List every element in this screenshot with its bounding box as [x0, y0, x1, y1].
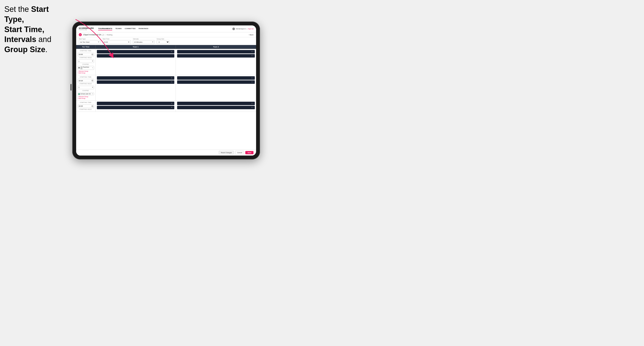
- table-header: Tee Time Team 1 Team 2: [76, 45, 256, 49]
- intervals-label: Intervals: [133, 38, 154, 40]
- tablet-frame: SCOREBOARD Powered by clipp TOURNAMENTS …: [72, 21, 260, 160]
- tablet-screen: SCOREBOARD Powered by clipp TOURNAMENTS …: [76, 25, 256, 156]
- team1-cell-3: ✕ ○ ✕ ○: [96, 101, 176, 112]
- list-item: ✕ ○: [97, 50, 174, 53]
- nav-committee[interactable]: COMMITTEE: [125, 27, 136, 30]
- table-row: STARTING TIME: STARTING HOLE: 1 COURSE: …: [76, 75, 256, 101]
- starting-hole-label-3: STARTING HOLE:: [78, 109, 94, 110]
- bottom-bar: Reset Changes Cancel Save: [76, 150, 256, 156]
- course-label-2: COURSE:: [78, 90, 94, 91]
- starting-time-input-3[interactable]: [78, 105, 94, 108]
- remove-group-1[interactable]: ○ Remove Group: [78, 70, 94, 72]
- course-name-1: (A) Peachtree GC: [80, 66, 91, 69]
- course-tag-1: (A) Peachtree GC ✕: [78, 66, 94, 70]
- player-empty-row: [97, 54, 174, 57]
- course-remove-1[interactable]: ✕: [92, 67, 93, 69]
- list-item: ✕ ○: [177, 106, 255, 109]
- table-row: STARTING TIME: STARTING HOLE: ✕ ○ ✕ ○ ✕ …: [76, 101, 256, 112]
- intervals-group: Intervals 10 Minutes: [133, 38, 154, 44]
- sub-sep: |: [105, 34, 105, 36]
- table-row: STARTING TIME: STARTING HOLE: 1 COURSE: …: [76, 49, 256, 75]
- col-team1: Team 1: [96, 45, 176, 49]
- starting-hole-select-2[interactable]: 1: [78, 86, 94, 89]
- nav-rankings[interactable]: RANKINGS: [139, 27, 148, 30]
- group-left-2: STARTING TIME: STARTING HOLE: 1 COURSE: …: [76, 75, 96, 101]
- nav-separator: |: [246, 28, 247, 29]
- player-remove-icon[interactable]: ✕ ○: [251, 77, 254, 79]
- instruction-line4-bold: Group Size: [4, 45, 45, 54]
- user-email: blair@clippd.io: [236, 28, 246, 29]
- save-button[interactable]: Save: [245, 151, 254, 154]
- course-icon-2: [78, 93, 80, 95]
- instruction-line3-bold: Intervals: [4, 35, 36, 44]
- starting-time-label-1: STARTING TIME:: [78, 50, 94, 51]
- col-tee-time: Tee Time: [76, 45, 96, 49]
- sub-header: C Clippd Invitational (M...) | Hosting ‹…: [76, 32, 256, 37]
- player-remove-icon[interactable]: ✕ ○: [251, 55, 254, 57]
- course-icon-1: [78, 67, 80, 68]
- remove-group-2[interactable]: ○ Remove Group: [78, 96, 94, 97]
- team1-cell-1: ✕ ○: [96, 49, 176, 75]
- nav-links: TOURNAMENTS TEAMS COMMITTEE RANKINGS: [98, 27, 232, 30]
- list-item: ✕ ○: [177, 102, 255, 105]
- list-item: ✕ ○: [97, 80, 174, 84]
- navbar: SCOREBOARD Powered by clipp TOURNAMENTS …: [76, 25, 256, 32]
- intervals-select[interactable]: 10 Minutes: [133, 40, 154, 44]
- group-size-label: Group Size: [157, 38, 170, 40]
- start-time-input[interactable]: [102, 40, 131, 44]
- nav-right: blair@clippd.io | Sign out: [232, 27, 254, 30]
- player-remove-icon[interactable]: ✕ ○: [171, 81, 174, 83]
- instruction-line2: Start Time,: [4, 25, 44, 34]
- add-group-2[interactable]: + Add Group: [78, 98, 94, 99]
- starting-time-input-1[interactable]: [78, 53, 94, 56]
- player-remove-icon[interactable]: ✕ ○: [171, 51, 174, 53]
- player-remove-icon[interactable]: ✕ ○: [171, 77, 174, 79]
- start-time-group: Start Time: [102, 38, 131, 44]
- instruction-text: Set the Start Type, Start Time, Interval…: [4, 4, 69, 55]
- back-button[interactable]: ‹ Back: [248, 34, 254, 36]
- list-item: ✕ ○: [97, 102, 174, 105]
- main-table-area: Tee Time Team 1 Team 2 STARTING TIME: ST…: [76, 45, 256, 150]
- reset-changes-button[interactable]: Reset Changes: [219, 151, 234, 155]
- starting-hole-select-1[interactable]: 1: [78, 59, 94, 63]
- course-name-2: ⊞ East Lake GC: [80, 93, 91, 95]
- player-remove-icon[interactable]: ✕ ○: [171, 103, 174, 104]
- list-item: ✕ ○: [177, 76, 255, 80]
- nav-tournaments[interactable]: TOURNAMENTS: [98, 27, 112, 30]
- course-remove-2[interactable]: ✕: [92, 93, 93, 95]
- player-remove-icon[interactable]: ✕ ○: [171, 107, 174, 108]
- instruction-line4-suffix: .: [45, 45, 48, 54]
- starting-time-label-3: STARTING TIME:: [78, 102, 94, 103]
- col-team2: Team 2: [176, 45, 256, 49]
- player-remove-icon[interactable]: ✕ ○: [251, 81, 254, 83]
- course-tag-2: ⊞ East Lake GC ✕: [78, 93, 94, 95]
- player-remove-icon[interactable]: ✕ ○: [251, 103, 254, 104]
- team2-cell-2: ✕ ○ ✕ ○: [176, 75, 256, 101]
- hosting-tag: Hosting: [106, 34, 112, 36]
- start-type-group: Start Type 1st Tee Start: [79, 38, 100, 44]
- course-label-1: COURSE:: [78, 64, 94, 65]
- team2-cell-1: ✕ ○ ✕ ○: [176, 49, 256, 75]
- player-remove-icon[interactable]: ✕ ○: [251, 51, 254, 53]
- sign-out-link[interactable]: Sign out: [248, 28, 254, 29]
- start-type-select[interactable]: 1st Tee Start: [79, 40, 100, 44]
- start-type-label: Start Type: [79, 38, 100, 40]
- list-item: ✕ ○: [97, 106, 174, 109]
- instruction-line3-normal: and: [36, 35, 51, 44]
- group-left-3: STARTING TIME: STARTING HOLE:: [76, 101, 96, 112]
- cancel-button[interactable]: Cancel: [235, 151, 244, 155]
- add-group-1[interactable]: + Add Group: [78, 72, 94, 74]
- nav-teams[interactable]: TEAMS: [115, 27, 122, 30]
- user-avatar: [232, 27, 235, 30]
- start-time-label: Start Time: [102, 38, 131, 40]
- player-remove-icon[interactable]: ✕ ○: [251, 107, 254, 108]
- logo-sub: Powered by clipp: [79, 29, 94, 30]
- instruction-prefix: Set the: [4, 5, 31, 13]
- starting-time-input-2[interactable]: [78, 79, 94, 82]
- starting-hole-label-1: STARTING HOLE:: [78, 57, 94, 58]
- group-size-select[interactable]: 3: [157, 40, 170, 44]
- list-item: ✕ ○: [177, 80, 255, 84]
- list-item: ✕ ○: [177, 54, 255, 57]
- starting-hole-label-2: STARTING HOLE:: [78, 83, 94, 84]
- group-left-1: STARTING TIME: STARTING HOLE: 1 COURSE: …: [76, 49, 96, 75]
